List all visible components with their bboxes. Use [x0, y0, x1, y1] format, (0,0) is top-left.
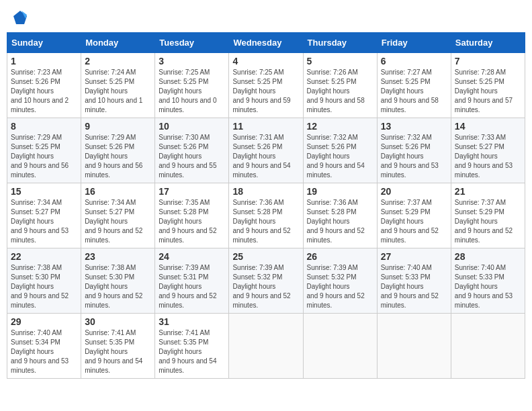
- calendar-cell: 2Sunrise: 7:24 AMSunset: 5:25 PMDaylight…: [81, 53, 155, 118]
- calendar-cell: 16Sunrise: 7:34 AMSunset: 5:27 PMDayligh…: [81, 183, 155, 248]
- day-number: 7: [455, 56, 521, 66]
- day-number: 5: [307, 56, 373, 66]
- day-number: 14: [455, 121, 521, 132]
- day-number: 23: [85, 251, 151, 262]
- day-number: 20: [381, 186, 447, 197]
- calendar-cell: 12Sunrise: 7:32 AMSunset: 5:26 PMDayligh…: [303, 118, 377, 183]
- day-number: 24: [159, 251, 225, 262]
- day-detail: Sunrise: 7:41 AMSunset: 5:35 PMDaylight …: [159, 328, 225, 375]
- day-number: 26: [307, 251, 373, 262]
- calendar-week-3: 15Sunrise: 7:34 AMSunset: 5:27 PMDayligh…: [7, 183, 525, 248]
- calendar-cell: 17Sunrise: 7:35 AMSunset: 5:28 PMDayligh…: [155, 183, 229, 248]
- calendar-cell: 22Sunrise: 7:38 AMSunset: 5:30 PMDayligh…: [7, 248, 81, 314]
- day-detail: Sunrise: 7:27 AMSunset: 5:25 PMDaylight …: [381, 68, 447, 115]
- day-detail: Sunrise: 7:39 AMSunset: 5:32 PMDaylight …: [232, 263, 299, 310]
- day-header-thursday: Thursday: [303, 33, 377, 53]
- calendar-week-2: 8Sunrise: 7:29 AMSunset: 5:25 PMDaylight…: [7, 118, 525, 183]
- calendar-cell: 13Sunrise: 7:32 AMSunset: 5:26 PMDayligh…: [377, 118, 451, 183]
- day-detail: Sunrise: 7:41 AMSunset: 5:35 PMDaylight …: [85, 328, 151, 375]
- day-number: 21: [455, 186, 521, 197]
- day-detail: Sunrise: 7:38 AMSunset: 5:30 PMDaylight …: [85, 263, 151, 310]
- day-number: 22: [11, 251, 77, 262]
- calendar-week-5: 29Sunrise: 7:40 AMSunset: 5:34 PMDayligh…: [7, 314, 525, 379]
- calendar-cell: 8Sunrise: 7:29 AMSunset: 5:25 PMDaylight…: [7, 118, 81, 183]
- day-header-monday: Monday: [81, 33, 155, 53]
- logo: [11, 9, 28, 26]
- day-number: 9: [85, 121, 151, 132]
- calendar-cell: 26Sunrise: 7:39 AMSunset: 5:32 PMDayligh…: [303, 248, 377, 314]
- day-header-friday: Friday: [377, 33, 451, 53]
- day-number: 4: [232, 56, 299, 66]
- calendar-cell: 20Sunrise: 7:37 AMSunset: 5:29 PMDayligh…: [377, 183, 451, 248]
- calendar-cell: 6Sunrise: 7:27 AMSunset: 5:25 PMDaylight…: [377, 53, 451, 118]
- calendar-cell: 29Sunrise: 7:40 AMSunset: 5:34 PMDayligh…: [7, 314, 81, 379]
- day-header-wednesday: Wednesday: [229, 33, 303, 53]
- calendar-cell: [303, 314, 377, 379]
- day-number: 17: [159, 186, 225, 197]
- calendar-cell: 28Sunrise: 7:40 AMSunset: 5:33 PMDayligh…: [451, 248, 525, 314]
- day-detail: Sunrise: 7:37 AMSunset: 5:29 PMDaylight …: [381, 198, 447, 245]
- day-detail: Sunrise: 7:29 AMSunset: 5:25 PMDaylight …: [11, 133, 77, 180]
- calendar-table: SundayMondayTuesdayWednesdayThursdayFrid…: [7, 32, 525, 379]
- day-detail: Sunrise: 7:40 AMSunset: 5:33 PMDaylight …: [381, 263, 447, 310]
- day-detail: Sunrise: 7:26 AMSunset: 5:25 PMDaylight …: [307, 68, 373, 115]
- calendar-week-4: 22Sunrise: 7:38 AMSunset: 5:30 PMDayligh…: [7, 248, 525, 314]
- page-header: [7, 7, 525, 28]
- calendar-cell: 27Sunrise: 7:40 AMSunset: 5:33 PMDayligh…: [377, 248, 451, 314]
- day-detail: Sunrise: 7:24 AMSunset: 5:25 PMDaylight …: [85, 68, 151, 115]
- day-header-tuesday: Tuesday: [155, 33, 229, 53]
- calendar-cell: 3Sunrise: 7:25 AMSunset: 5:25 PMDaylight…: [155, 53, 229, 118]
- day-number: 30: [85, 316, 151, 327]
- calendar-cell: 21Sunrise: 7:37 AMSunset: 5:29 PMDayligh…: [451, 183, 525, 248]
- day-detail: Sunrise: 7:35 AMSunset: 5:28 PMDaylight …: [159, 198, 225, 245]
- day-number: 11: [232, 121, 299, 132]
- day-detail: Sunrise: 7:40 AMSunset: 5:34 PMDaylight …: [11, 328, 77, 375]
- day-detail: Sunrise: 7:37 AMSunset: 5:29 PMDaylight …: [455, 198, 521, 245]
- calendar-cell: 15Sunrise: 7:34 AMSunset: 5:27 PMDayligh…: [7, 183, 81, 248]
- logo-icon: [12, 9, 28, 26]
- calendar-cell: 31Sunrise: 7:41 AMSunset: 5:35 PMDayligh…: [155, 314, 229, 379]
- calendar-cell: 10Sunrise: 7:30 AMSunset: 5:26 PMDayligh…: [155, 118, 229, 183]
- day-number: 18: [232, 186, 299, 197]
- calendar-cell: 18Sunrise: 7:36 AMSunset: 5:28 PMDayligh…: [229, 183, 303, 248]
- day-number: 15: [11, 186, 77, 197]
- day-detail: Sunrise: 7:29 AMSunset: 5:26 PMDaylight …: [85, 133, 151, 180]
- calendar-header-row: SundayMondayTuesdayWednesdayThursdayFrid…: [7, 33, 525, 53]
- day-number: 2: [85, 56, 151, 66]
- calendar-cell: 11Sunrise: 7:31 AMSunset: 5:26 PMDayligh…: [229, 118, 303, 183]
- calendar-cell: 24Sunrise: 7:39 AMSunset: 5:31 PMDayligh…: [155, 248, 229, 314]
- calendar-cell: 5Sunrise: 7:26 AMSunset: 5:25 PMDaylight…: [303, 53, 377, 118]
- day-detail: Sunrise: 7:30 AMSunset: 5:26 PMDaylight …: [159, 133, 225, 180]
- day-number: 6: [381, 56, 447, 66]
- day-detail: Sunrise: 7:36 AMSunset: 5:28 PMDaylight …: [232, 198, 299, 245]
- day-detail: Sunrise: 7:40 AMSunset: 5:33 PMDaylight …: [455, 263, 521, 310]
- day-number: 1: [11, 56, 77, 66]
- day-header-saturday: Saturday: [451, 33, 525, 53]
- day-number: 29: [11, 316, 77, 327]
- calendar-cell: [451, 314, 525, 379]
- day-number: 19: [307, 186, 373, 197]
- calendar-cell: 7Sunrise: 7:28 AMSunset: 5:25 PMDaylight…: [451, 53, 525, 118]
- calendar-week-1: 1Sunrise: 7:23 AMSunset: 5:26 PMDaylight…: [7, 53, 525, 118]
- day-number: 25: [232, 251, 299, 262]
- day-detail: Sunrise: 7:39 AMSunset: 5:32 PMDaylight …: [307, 263, 373, 310]
- day-detail: Sunrise: 7:33 AMSunset: 5:27 PMDaylight …: [455, 133, 521, 180]
- day-number: 16: [85, 186, 151, 197]
- calendar-body: 1Sunrise: 7:23 AMSunset: 5:26 PMDaylight…: [7, 53, 525, 379]
- day-detail: Sunrise: 7:32 AMSunset: 5:26 PMDaylight …: [381, 133, 447, 180]
- day-number: 10: [159, 121, 225, 132]
- calendar-cell: 25Sunrise: 7:39 AMSunset: 5:32 PMDayligh…: [229, 248, 303, 314]
- day-detail: Sunrise: 7:32 AMSunset: 5:26 PMDaylight …: [307, 133, 373, 180]
- calendar-cell: 23Sunrise: 7:38 AMSunset: 5:30 PMDayligh…: [81, 248, 155, 314]
- day-detail: Sunrise: 7:34 AMSunset: 5:27 PMDaylight …: [85, 198, 151, 245]
- day-detail: Sunrise: 7:31 AMSunset: 5:26 PMDaylight …: [232, 133, 299, 180]
- day-detail: Sunrise: 7:25 AMSunset: 5:25 PMDaylight …: [232, 68, 299, 115]
- day-number: 31: [159, 316, 225, 327]
- day-detail: Sunrise: 7:36 AMSunset: 5:28 PMDaylight …: [307, 198, 373, 245]
- calendar-cell: 1Sunrise: 7:23 AMSunset: 5:26 PMDaylight…: [7, 53, 81, 118]
- day-detail: Sunrise: 7:38 AMSunset: 5:30 PMDaylight …: [11, 263, 77, 310]
- day-number: 8: [11, 121, 77, 132]
- day-number: 3: [159, 56, 225, 66]
- day-detail: Sunrise: 7:34 AMSunset: 5:27 PMDaylight …: [11, 198, 77, 245]
- day-number: 13: [381, 121, 447, 132]
